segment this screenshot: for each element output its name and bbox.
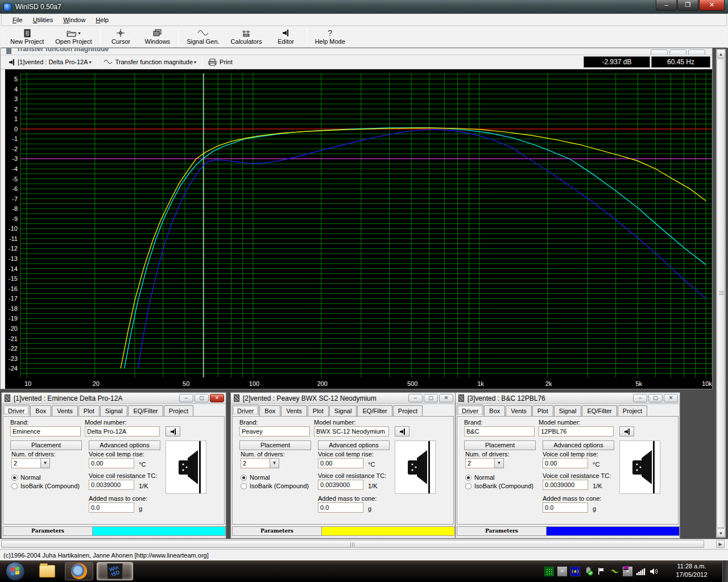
brand-field[interactable] bbox=[239, 426, 310, 436]
driver-restore-button[interactable]: ▢ bbox=[195, 394, 209, 402]
tab-driver[interactable]: Driver bbox=[3, 405, 30, 415]
num-drivers-dropdown-arrow[interactable]: ▼ bbox=[40, 458, 50, 468]
calculators-button[interactable]: Calculators bbox=[225, 26, 268, 47]
model-number-field[interactable] bbox=[85, 426, 160, 436]
tab-eq-filter[interactable]: EQ/Filter bbox=[128, 405, 163, 416]
parameters-button[interactable]: Parameters bbox=[457, 526, 547, 536]
isobarik-radio[interactable]: IsoBarik (Compound) bbox=[241, 483, 309, 489]
normal-radio[interactable]: Normal bbox=[241, 474, 270, 481]
driver-minimize-button[interactable]: – bbox=[633, 394, 647, 402]
isobarik-radio[interactable]: IsoBarik (Compound) bbox=[11, 483, 80, 489]
driver-editor-button[interactable] bbox=[619, 426, 634, 436]
green-grid-tray-icon[interactable] bbox=[544, 567, 554, 576]
new-project-button[interactable]: New Project bbox=[5, 26, 49, 47]
tab-project[interactable]: Project bbox=[393, 405, 423, 416]
taskbar-firefox-button[interactable] bbox=[65, 562, 93, 580]
parameters-button[interactable]: Parameters bbox=[3, 526, 93, 536]
resistance-tc-field[interactable] bbox=[543, 480, 588, 490]
close-button[interactable]: ✕ bbox=[699, 0, 725, 11]
driver-editor-button[interactable] bbox=[395, 426, 410, 436]
tab-eq-filter[interactable]: EQ/Filter bbox=[357, 405, 392, 416]
brand-field[interactable] bbox=[10, 426, 81, 436]
plot-canvas[interactable]: 543210-1-2-3-4-5-6-7-8-9-10-11-12-13-14-… bbox=[5, 69, 712, 389]
editor-button[interactable]: Editor bbox=[268, 26, 304, 47]
brand-field[interactable] bbox=[464, 426, 535, 436]
model-number-field[interactable] bbox=[314, 426, 389, 436]
scroll-right-arrow-icon[interactable]: ▶ bbox=[716, 540, 725, 548]
tab-plot[interactable]: Plot bbox=[308, 405, 329, 416]
driver-close-button[interactable]: ✕ bbox=[664, 394, 678, 402]
horizontal-scroll-thumb[interactable] bbox=[1, 540, 704, 548]
tab-signal[interactable]: Signal bbox=[329, 405, 357, 416]
print-button[interactable]: Print bbox=[205, 56, 236, 68]
placement-button[interactable]: Placement bbox=[10, 440, 82, 450]
driver-minimize-button[interactable]: – bbox=[408, 394, 423, 402]
added-mass-field[interactable] bbox=[318, 502, 363, 513]
open-project-button[interactable]: ▾ Open Project bbox=[49, 26, 97, 47]
driver-close-button[interactable]: ✕ bbox=[210, 394, 224, 402]
added-mass-field[interactable] bbox=[543, 502, 588, 513]
child-close-button[interactable] bbox=[688, 49, 705, 55]
num-drivers-dropdown-arrow[interactable]: ▼ bbox=[270, 458, 279, 468]
windows-button[interactable]: Windows bbox=[139, 26, 176, 47]
tab-project[interactable]: Project bbox=[618, 405, 647, 416]
num-drivers-field[interactable] bbox=[11, 458, 41, 468]
taskbar-winisd-button[interactable]: Win ISD bbox=[97, 562, 133, 580]
advanced-options-button[interactable]: Advanced options bbox=[543, 440, 614, 450]
parameters-button[interactable]: Parameters bbox=[232, 526, 322, 536]
num-drivers-field[interactable] bbox=[241, 458, 270, 468]
driver-minimize-button[interactable]: – bbox=[179, 394, 193, 402]
tab-eq-filter[interactable]: EQ/Filter bbox=[582, 405, 617, 416]
tab-vents[interactable]: Vents bbox=[52, 405, 78, 416]
cursor-button[interactable]: Cursor bbox=[103, 26, 139, 47]
taskbar-explorer-button[interactable] bbox=[33, 562, 61, 580]
graph-type-dropdown[interactable]: Transfer function magnitude ▾ bbox=[100, 56, 200, 68]
app-60-tray-icon[interactable]: ✕ 60 bbox=[623, 567, 632, 576]
placement-button[interactable]: Placement bbox=[464, 440, 536, 450]
tab-driver[interactable]: Driver bbox=[232, 405, 259, 415]
tab-driver[interactable]: Driver bbox=[457, 405, 483, 415]
temp-rise-field[interactable] bbox=[543, 458, 588, 468]
show-desktop-button[interactable] bbox=[722, 560, 728, 582]
help-mode-button[interactable]: ? Help Mode bbox=[309, 26, 351, 47]
driver-close-button[interactable]: ✕ bbox=[439, 394, 453, 402]
signal-gen-button[interactable]: Signal Gen. bbox=[181, 26, 225, 47]
restore-button[interactable]: ❐ bbox=[677, 0, 698, 11]
model-number-field[interactable] bbox=[539, 426, 614, 436]
driver-selector-dropdown[interactable]: [1]vented : Delta Pro-12A ▾ bbox=[5, 56, 95, 68]
tab-signal[interactable]: Signal bbox=[554, 405, 582, 416]
normal-radio[interactable]: Normal bbox=[465, 474, 494, 481]
scroll-down-arrow-icon[interactable]: ▼ bbox=[717, 529, 725, 537]
isobarik-radio[interactable]: IsoBarik (Compound) bbox=[465, 483, 533, 489]
menu-help[interactable]: Help bbox=[90, 15, 114, 25]
num-drivers-dropdown-arrow[interactable]: ▼ bbox=[494, 458, 504, 468]
mdi-horizontal-scrollbar[interactable]: ▶ bbox=[0, 539, 728, 549]
resistance-tc-field[interactable] bbox=[89, 480, 134, 490]
tab-signal[interactable]: Signal bbox=[100, 405, 128, 416]
advanced-options-button[interactable]: Advanced options bbox=[89, 440, 160, 450]
num-drivers-field[interactable] bbox=[465, 458, 495, 468]
volume-tray-icon[interactable] bbox=[649, 567, 659, 576]
tab-plot[interactable]: Plot bbox=[78, 405, 100, 416]
start-button[interactable] bbox=[6, 562, 25, 581]
usb-safely-remove-tray-icon[interactable] bbox=[584, 567, 593, 576]
mdi-vertical-scrollbar[interactable]: ▲ ▼ bbox=[716, 49, 726, 538]
child-restore-button[interactable] bbox=[669, 49, 686, 55]
resistance-tc-field[interactable] bbox=[318, 480, 363, 490]
tab-vents[interactable]: Vents bbox=[281, 405, 307, 416]
menu-utilities[interactable]: Utilities bbox=[28, 15, 58, 25]
tab-box[interactable]: Box bbox=[30, 405, 51, 416]
temp-rise-field[interactable] bbox=[89, 458, 134, 468]
added-mass-field[interactable] bbox=[89, 502, 134, 513]
tab-vents[interactable]: Vents bbox=[506, 405, 532, 416]
wireless-tray-icon[interactable] bbox=[570, 567, 580, 576]
advanced-options-button[interactable]: Advanced options bbox=[318, 440, 390, 450]
normal-radio[interactable]: Normal bbox=[11, 474, 40, 481]
temp-rise-field[interactable] bbox=[318, 458, 363, 468]
tab-box[interactable]: Box bbox=[259, 405, 280, 416]
driver-restore-button[interactable]: ▢ bbox=[648, 394, 663, 402]
tab-project[interactable]: Project bbox=[164, 405, 193, 416]
gray-app-tray-icon[interactable]: ✕ bbox=[557, 567, 567, 576]
taskbar-clock[interactable]: 11:28 a.m. 17/05/2012 bbox=[663, 562, 720, 579]
menu-file[interactable]: File bbox=[7, 15, 28, 25]
